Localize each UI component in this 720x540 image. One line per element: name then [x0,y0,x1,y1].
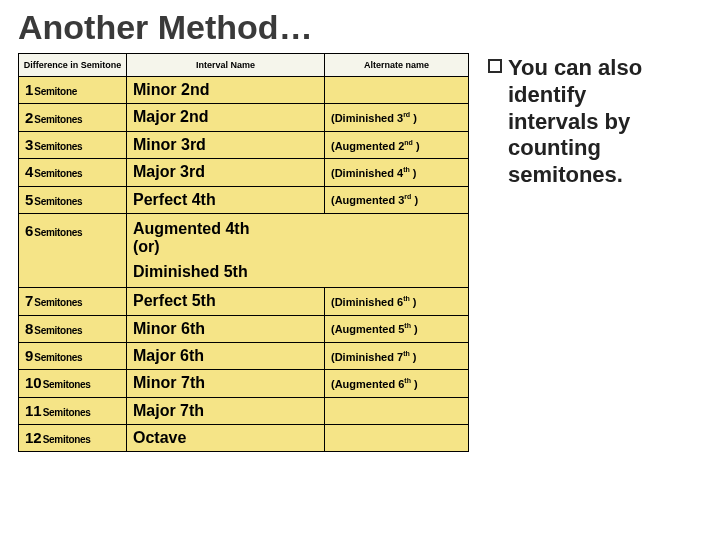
cell-alternate-name [325,425,469,452]
cell-semitone-count: 9Semitones [19,342,127,369]
header-alternate-name: Alternate name [325,54,469,77]
merged-line-1: Augmented 4th [133,220,462,238]
cell-interval-name: Minor 3rd [127,131,325,158]
table-row: 10Semitones Minor 7th (Augmented 6th ) [19,370,469,397]
cell-interval-name: Major 6th [127,342,325,369]
cell-semitone-count: 12Semitones [19,425,127,452]
slide-title: Another Method… [18,8,702,47]
content-row: Difference in Semitone Interval Name Alt… [18,53,702,452]
cell-alternate-name: (Diminished 7th ) [325,342,469,369]
header-interval-name: Interval Name [127,54,325,77]
cell-alternate-name: (Diminished 4th ) [325,159,469,186]
side-text: You can also identify intervals by count… [468,53,678,189]
cell-interval-name: Perfect 5th [127,288,325,315]
header-difference: Difference in Semitone [19,54,127,77]
cell-interval-name: Minor 7th [127,370,325,397]
table-row: 8Semitones Minor 6th (Augmented 5th ) [19,315,469,342]
cell-semitone-count: 10Semitones [19,370,127,397]
bullet-text: You can also identify intervals by count… [508,55,678,189]
cell-interval-name: Octave [127,425,325,452]
cell-alternate-name: (Diminished 3rd ) [325,104,469,131]
merged-line-3: Diminished 5th [133,263,462,281]
cell-semitone-count: 4Semitones [19,159,127,186]
cell-semitone-count: 3Semitones [19,131,127,158]
interval-table: Difference in Semitone Interval Name Alt… [18,53,469,452]
cell-semitone-count: 5Semitones [19,186,127,213]
table-row: 5Semitones Perfect 4th (Augmented 3rd ) [19,186,469,213]
bullet-square-icon [488,59,502,73]
table-row: 3Semitones Minor 3rd (Augmented 2nd ) [19,131,469,158]
table-row: 1Semitone Minor 2nd [19,77,469,104]
interval-table-wrap: Difference in Semitone Interval Name Alt… [18,53,468,452]
table-row: 4Semitones Major 3rd (Diminished 4th ) [19,159,469,186]
cell-alternate-name: (Augmented 6th ) [325,370,469,397]
bullet-item: You can also identify intervals by count… [488,55,678,189]
cell-alternate-name [325,77,469,104]
cell-alternate-name: (Augmented 3rd ) [325,186,469,213]
cell-semitone-count: 11Semitones [19,397,127,424]
cell-interval-name: Perfect 4th [127,186,325,213]
cell-interval-name-merged: Augmented 4th (or) Diminished 5th [127,213,469,287]
cell-semitone-count: 2Semitones [19,104,127,131]
table-row: 7Semitones Perfect 5th (Diminished 6th ) [19,288,469,315]
merged-line-2: (or) [133,238,462,256]
cell-alternate-name: (Augmented 5th ) [325,315,469,342]
cell-interval-name: Minor 2nd [127,77,325,104]
cell-interval-name: Major 3rd [127,159,325,186]
slide: Another Method… Difference in Semitone I… [0,0,720,540]
table-row: 9Semitones Major 6th (Diminished 7th ) [19,342,469,369]
table-row: 11Semitones Major 7th [19,397,469,424]
cell-semitone-count: 8Semitones [19,315,127,342]
table-header-row: Difference in Semitone Interval Name Alt… [19,54,469,77]
cell-semitone-count: 6Semitones [19,213,127,287]
cell-interval-name: Minor 6th [127,315,325,342]
cell-interval-name: Major 2nd [127,104,325,131]
table-row-merged: 6Semitones Augmented 4th (or) Diminished… [19,213,469,287]
table-row: 2Semitones Major 2nd (Diminished 3rd ) [19,104,469,131]
cell-alternate-name: (Diminished 6th ) [325,288,469,315]
cell-semitone-count: 1Semitone [19,77,127,104]
cell-semitone-count: 7Semitones [19,288,127,315]
cell-alternate-name [325,397,469,424]
table-row: 12Semitones Octave [19,425,469,452]
cell-interval-name: Major 7th [127,397,325,424]
cell-alternate-name: (Augmented 2nd ) [325,131,469,158]
